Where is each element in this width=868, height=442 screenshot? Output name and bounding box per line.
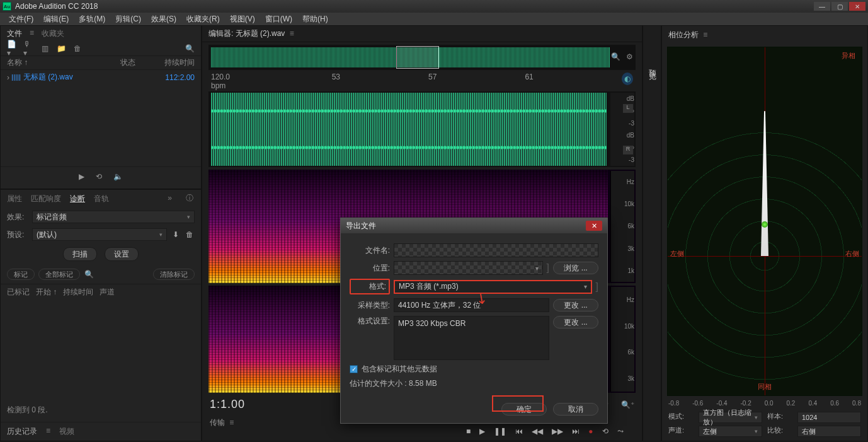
delete-icon[interactable]: 🗑 bbox=[72, 44, 83, 53]
tick-53: 53 bbox=[332, 73, 340, 90]
file-name: 无标题 (2).wav bbox=[23, 72, 73, 83]
settings-gear-icon[interactable]: ⚙ bbox=[626, 52, 633, 61]
pause-button[interactable]: ❚❚ bbox=[494, 427, 506, 436]
ok-button[interactable]: 确定 bbox=[501, 403, 547, 416]
skip-back-button[interactable]: ⏮ bbox=[515, 427, 523, 436]
close-window-button[interactable]: ✕ bbox=[849, 2, 865, 11]
cancel-button[interactable]: 取消 bbox=[553, 403, 598, 416]
effect-select[interactable]: 标记音频▾ bbox=[32, 211, 195, 223]
stop-button[interactable]: ■ bbox=[466, 427, 471, 436]
save-preset-icon[interactable]: ⬇︎ bbox=[171, 230, 181, 239]
col-name[interactable]: 名称 ↑ bbox=[7, 57, 120, 68]
mark-button[interactable]: 标记 bbox=[7, 269, 35, 280]
menu-multitrack[interactable]: 多轨(M) bbox=[75, 13, 109, 26]
change-format-button[interactable]: 更改 ... bbox=[553, 316, 598, 329]
tick-57: 57 bbox=[428, 73, 437, 90]
open-file-icon[interactable]: 📄▾ bbox=[7, 44, 17, 53]
phase-channel-select[interactable]: 左侧▾ bbox=[699, 426, 762, 437]
play-button[interactable]: ▶ bbox=[479, 427, 485, 436]
menu-clip[interactable]: 剪辑(C) bbox=[111, 13, 145, 26]
preset-select[interactable]: (默认)▾ bbox=[32, 228, 167, 241]
search-markers-icon[interactable]: 🔍 bbox=[84, 270, 94, 279]
forward-button[interactable]: ▶▶ bbox=[552, 427, 563, 436]
play-icon[interactable]: ▶ bbox=[79, 172, 84, 181]
loop-button[interactable]: ⟲ bbox=[602, 427, 608, 436]
zoom-tool-icon[interactable]: 🔍 bbox=[611, 52, 620, 61]
include-metadata-label: 包含标记和其他元数据 bbox=[362, 364, 437, 375]
zoom-in-icon[interactable]: 🔍⁺ bbox=[621, 400, 634, 409]
maximize-button[interactable]: ▢ bbox=[831, 2, 848, 11]
include-metadata-checkbox[interactable]: ✓ bbox=[350, 365, 358, 373]
menu-view[interactable]: 视图(V) bbox=[226, 13, 259, 26]
phase-mode-select[interactable]: 直方图（日志缩放）▾ bbox=[699, 412, 762, 423]
settings-button[interactable]: 设置 bbox=[105, 247, 139, 261]
tab-properties[interactable]: 属性 bbox=[7, 194, 22, 204]
sample-value: 44100 Hz 立体声，32 位 bbox=[394, 298, 549, 312]
col-dur[interactable]: 持续时间 bbox=[63, 287, 93, 298]
fmtset-value: MP3 320 Kbps CBR bbox=[394, 316, 549, 360]
tab-track[interactable]: 音轨 bbox=[94, 194, 109, 204]
filename-label: 文件名: bbox=[350, 245, 390, 256]
tab-video[interactable]: 视频 bbox=[59, 426, 74, 437]
detection-status: 检测到 0 段. bbox=[1, 398, 201, 422]
format-label: 格式: bbox=[350, 279, 390, 294]
record-icon[interactable]: 🎙▾ bbox=[23, 44, 33, 53]
loop-icon[interactable]: ⟲ bbox=[96, 172, 102, 181]
browse-button[interactable]: 浏览 ... bbox=[553, 262, 598, 274]
menu-favorites[interactable]: 收藏夹(R) bbox=[183, 13, 224, 26]
col-channel[interactable]: 声道 bbox=[100, 287, 115, 298]
tab-files[interactable]: 文件 bbox=[7, 28, 22, 39]
file-row[interactable]: › 无标题 (2).wav 112:2.00 bbox=[1, 70, 201, 84]
circle-tool-icon[interactable]: ◐ bbox=[622, 73, 633, 85]
mark-all-button[interactable]: 全部标记 bbox=[38, 269, 80, 280]
waveform-editor[interactable]: dB - ∞ -3 dB - ∞ -3 L R bbox=[208, 91, 636, 167]
location-label: 位置: bbox=[350, 263, 390, 274]
record-button[interactable]: ● bbox=[588, 427, 593, 436]
channel-r-button[interactable]: R bbox=[623, 146, 633, 154]
rewind-button[interactable]: ◀◀ bbox=[532, 427, 543, 436]
menu-effects[interactable]: 效果(S) bbox=[147, 13, 180, 26]
phase-compare-select[interactable]: 右侧 bbox=[797, 426, 861, 437]
col-status[interactable]: 状态 bbox=[120, 57, 158, 68]
preview-label[interactable]: 预览 bbox=[643, 26, 661, 107]
app-title: Adobe Audition CC 2018 bbox=[15, 2, 814, 11]
menu-edit[interactable]: 编辑(E) bbox=[40, 13, 72, 26]
change-sample-button[interactable]: 更改 ... bbox=[553, 299, 598, 311]
tab-loudness[interactable]: 匹配响度 bbox=[31, 194, 61, 204]
minimize-button[interactable]: — bbox=[814, 2, 830, 11]
location-select[interactable]: ▾ bbox=[394, 261, 543, 275]
search-icon[interactable]: 🔍 bbox=[185, 44, 195, 53]
phase-panel-title: 相位分析 bbox=[668, 30, 699, 39]
dialog-close-button[interactable]: ✕ bbox=[586, 221, 602, 231]
editor-title: 编辑器: 无标题 (2).wav bbox=[208, 29, 285, 38]
col-duration[interactable]: 持续时间 bbox=[158, 57, 195, 68]
more-tabs[interactable]: » bbox=[168, 194, 172, 204]
delete-preset-icon[interactable]: 🗑 bbox=[185, 230, 195, 239]
tick-61: 61 bbox=[525, 73, 533, 90]
format-select[interactable]: MP3 音频 (*.mp3)▾ bbox=[394, 280, 592, 294]
col-marked[interactable]: 已标记 bbox=[7, 287, 30, 298]
hz-scale: Hz 10k 6k 3k 1k bbox=[610, 171, 634, 282]
filename-input[interactable] bbox=[394, 243, 598, 257]
tab-history[interactable]: 历史记录 bbox=[7, 426, 37, 437]
info-icon[interactable]: ⓘ bbox=[185, 194, 195, 202]
skip-forward-button[interactable]: ⏭ bbox=[572, 427, 580, 436]
tab-diagnostics[interactable]: 诊断 bbox=[70, 194, 85, 204]
phase-samples-select[interactable]: 1024 bbox=[797, 412, 861, 423]
skip-silence-button[interactable]: ⤳ bbox=[617, 427, 624, 436]
scan-button[interactable]: 扫描 bbox=[63, 247, 97, 261]
volume-icon[interactable]: 🔈 bbox=[113, 172, 123, 181]
col-start[interactable]: 开始 ↑ bbox=[36, 287, 57, 298]
overview-waveform[interactable]: 🔍 ⚙ bbox=[208, 45, 636, 70]
tab-favorites[interactable]: 收藏夹 bbox=[42, 28, 64, 39]
import-file-icon[interactable]: 📁 bbox=[56, 44, 66, 53]
menu-file[interactable]: 文件(F) bbox=[5, 13, 37, 26]
fmtset-label: 格式设置: bbox=[350, 316, 390, 327]
multitrack-icon[interactable]: ▥ bbox=[40, 44, 50, 53]
menubar: 文件(F) 编辑(E) 多轨(M) 剪辑(C) 效果(S) 收藏夹(R) 视图(… bbox=[0, 13, 868, 25]
clear-marks-button[interactable]: 清除标记 bbox=[153, 269, 195, 280]
channel-l-button[interactable]: L bbox=[623, 104, 633, 113]
menu-help[interactable]: 帮助(H) bbox=[299, 13, 332, 26]
estimate-label: 估计的文件大小 : 8.58 MB bbox=[350, 378, 437, 389]
menu-window[interactable]: 窗口(W) bbox=[261, 13, 296, 26]
